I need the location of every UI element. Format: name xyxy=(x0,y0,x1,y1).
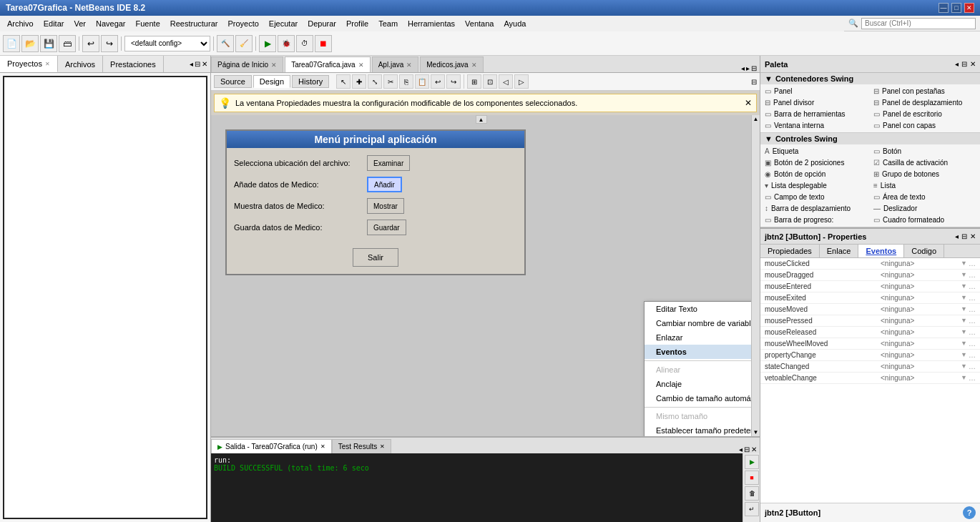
prop-mouseEntered-dots[interactable]: … xyxy=(969,282,976,290)
palette-panel[interactable]: ▭ Panel xyxy=(762,86,870,97)
scroll-down-btn[interactable]: ▼ xyxy=(753,428,760,436)
tab-apl-close[interactable]: ✕ xyxy=(406,61,412,69)
bottom-panel-restore[interactable]: ⊟ xyxy=(744,445,750,453)
btn-guardar[interactable]: Guardar xyxy=(367,220,406,235)
palette-minimize[interactable]: ◂ xyxy=(955,60,959,68)
toolbar-undo[interactable]: ↩ xyxy=(82,35,99,52)
prop-mouseDragged-dots[interactable]: … xyxy=(969,271,976,279)
scroll-top[interactable]: ▲ xyxy=(476,115,487,124)
prop-mouseReleased-arrow[interactable]: ▼ xyxy=(961,328,967,336)
canvas-vscrollbar[interactable]: ▲ ▼ xyxy=(751,115,760,436)
prop-propertyChange-arrow[interactable]: ▼ xyxy=(961,351,967,359)
close-button[interactable]: ✕ xyxy=(964,3,974,13)
output-btn-clear[interactable]: 🗑 xyxy=(745,486,759,501)
design-tool-grid[interactable]: ⊡ xyxy=(483,74,497,89)
bottom-panel-close[interactable]: ✕ xyxy=(751,445,757,453)
palette-ventana-interna[interactable]: ▭ Ventana interna xyxy=(762,120,870,131)
menu-team[interactable]: Team xyxy=(374,18,402,29)
toolbar-clean[interactable]: 🧹 xyxy=(235,35,253,52)
menu-archivo[interactable]: Archivo xyxy=(3,18,38,29)
btn-anadir[interactable]: Añadir xyxy=(367,177,402,192)
prop-mouseExited-arrow[interactable]: ▼ xyxy=(961,294,967,302)
left-panel-restore[interactable]: ⊟ xyxy=(195,60,200,68)
design-tool-paste[interactable]: 📋 xyxy=(415,74,429,89)
prop-mouseEntered-arrow[interactable]: ▼ xyxy=(961,282,967,290)
toolbar-profile2[interactable]: ⏱ xyxy=(296,35,313,52)
editor-tabs-maximize[interactable]: ⊟ xyxy=(751,64,757,72)
tab-medicos-close[interactable]: ✕ xyxy=(471,61,477,69)
tab-medicos[interactable]: Medicos.java ✕ xyxy=(420,56,483,72)
toolbar-new[interactable]: 📄 xyxy=(3,35,20,52)
ctx-eventos[interactable]: Eventos ▶ xyxy=(645,345,751,359)
prop-vetoableChange-arrow[interactable]: ▼ xyxy=(961,374,967,382)
output-btn-run[interactable]: ▶ xyxy=(745,455,759,469)
menu-profile[interactable]: Profile xyxy=(342,18,373,29)
props-tab-codigo[interactable]: Codigo xyxy=(904,245,944,257)
prop-mouseMoved-dots[interactable]: … xyxy=(969,305,976,313)
tab-prestaciones[interactable]: Prestaciones xyxy=(103,56,164,72)
toolbar-open[interactable]: 📂 xyxy=(21,35,39,52)
output-btn-stop[interactable]: ■ xyxy=(745,471,759,485)
palette-panel-pestanas[interactable]: ⊟ Panel con pestañas xyxy=(871,86,979,97)
ctx-editar-texto[interactable]: Editar Texto xyxy=(645,302,751,316)
design-tab[interactable]: Design xyxy=(253,75,290,88)
palette-panel-escritorio[interactable]: ▭ Panel de escritorio xyxy=(871,109,979,119)
btn-examinar[interactable]: Examinar xyxy=(367,155,410,171)
tab-tarea07[interactable]: Tarea07Grafica.java ✕ xyxy=(285,56,371,72)
menu-depurar[interactable]: Depurar xyxy=(303,18,340,29)
design-tool-forward[interactable]: ▷ xyxy=(514,74,529,89)
design-tool-copy[interactable]: ⎘ xyxy=(399,74,413,89)
ctx-cambio-tamano[interactable]: Cambio de tamaño automático xyxy=(645,391,751,405)
design-tool-cut[interactable]: ✂ xyxy=(383,74,398,89)
ctx-establecer[interactable]: Establecer tamaño predeterminado xyxy=(645,423,751,436)
palette-area-texto[interactable]: ▭ Área de texto xyxy=(871,192,979,202)
bottom-tab-test-close[interactable]: ✕ xyxy=(380,443,385,450)
prop-mouseExited-dots[interactable]: … xyxy=(969,294,976,302)
palette-campo-texto[interactable]: ▭ Campo de texto xyxy=(762,192,870,202)
toolbar-save-all[interactable]: 🗃 xyxy=(59,35,76,52)
ctx-alinear[interactable]: Alinear xyxy=(645,363,751,377)
palette-panel-desplazamiento[interactable]: ⊟ Panel de desplazamiento xyxy=(871,97,979,108)
palette-restore[interactable]: ⊟ xyxy=(961,60,967,68)
palette-barra-progreso[interactable]: ▭ Barra de progreso: xyxy=(762,215,870,225)
props-close[interactable]: ✕ xyxy=(970,232,976,240)
menu-navegar[interactable]: Navegar xyxy=(92,18,130,29)
prop-mousePressed-dots[interactable]: … xyxy=(969,317,976,325)
bottom-tab-output-close[interactable]: ✕ xyxy=(320,443,325,450)
prop-mouseWheelMoved-arrow[interactable]: ▼ xyxy=(961,340,967,348)
design-tool-redo[interactable]: ↪ xyxy=(446,74,461,89)
palette-lista[interactable]: ≡ Lista xyxy=(871,180,979,191)
menu-editar[interactable]: Editar xyxy=(39,18,69,29)
menu-ventana[interactable]: Ventana xyxy=(461,18,498,29)
prop-vetoableChange-dots[interactable]: … xyxy=(969,374,976,382)
palette-deslizador[interactable]: — Deslizador xyxy=(871,203,979,214)
props-restore[interactable]: ⊟ xyxy=(961,232,967,240)
palette-close[interactable]: ✕ xyxy=(970,60,976,68)
bottom-tab-output[interactable]: ▶ Salida - Tarea07Grafica (run) ✕ xyxy=(211,439,332,453)
prop-mouseClicked-dots[interactable]: … xyxy=(969,260,976,267)
config-combo[interactable]: <default config> xyxy=(124,36,210,51)
scroll-up-btn[interactable]: ▲ xyxy=(753,115,760,123)
palette-section-controles-header[interactable]: ▼ Controles Swing xyxy=(760,133,980,144)
source-tab[interactable]: Source xyxy=(214,75,252,88)
toolbar-build[interactable]: 🔨 xyxy=(217,35,234,52)
tab-tarea07-close[interactable]: ✕ xyxy=(358,61,364,69)
toolbar-save[interactable]: 💾 xyxy=(40,35,57,52)
info-close-btn[interactable]: ✕ xyxy=(745,98,752,108)
design-tool-resize[interactable]: ⤡ xyxy=(368,74,382,89)
btn-salir[interactable]: Salir xyxy=(353,248,398,267)
prop-propertyChange-dots[interactable]: … xyxy=(969,351,976,359)
toolbar-run[interactable]: ▶ xyxy=(259,35,276,52)
props-minimize[interactable]: ◂ xyxy=(955,232,959,240)
ctx-mismo-tamano[interactable]: Mismo tamaño xyxy=(645,409,751,423)
ctx-anclaje[interactable]: Anclaje xyxy=(645,377,751,391)
design-tool-select[interactable]: ↖ xyxy=(336,74,351,89)
tab-archivos[interactable]: Archivos xyxy=(58,56,103,72)
props-tab-propiedades[interactable]: Propiedades xyxy=(760,245,820,257)
palette-grupo-botones[interactable]: ⊞ Grupo de botones xyxy=(871,169,979,179)
maximize-button[interactable]: □ xyxy=(951,3,961,13)
output-btn-wrap[interactable]: ↵ xyxy=(745,502,759,516)
menu-ver[interactable]: Ver xyxy=(69,18,90,29)
palette-barra-herramientas[interactable]: ▭ Barra de herramientas xyxy=(762,109,870,119)
prop-mouseWheelMoved-dots[interactable]: … xyxy=(969,340,976,348)
